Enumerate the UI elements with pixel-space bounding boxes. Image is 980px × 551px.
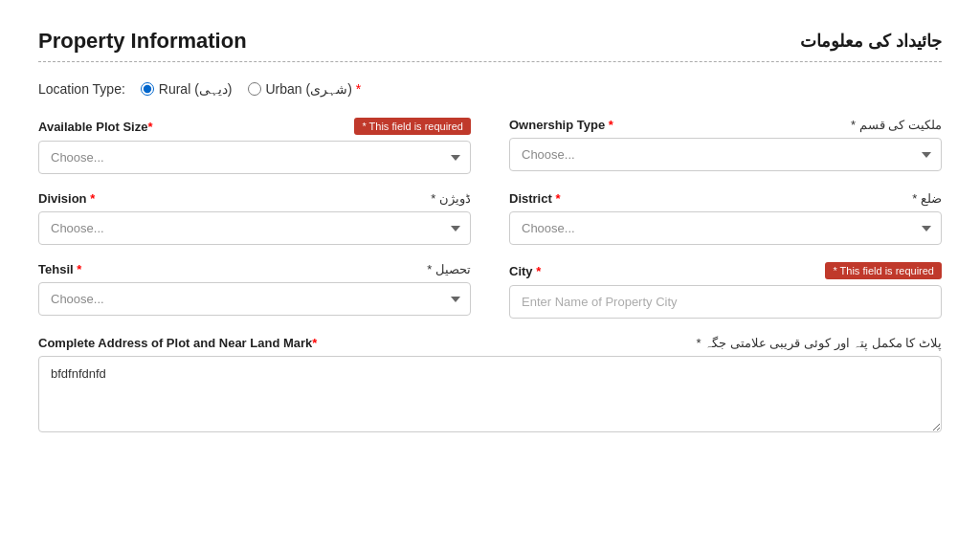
urban-radio-label[interactable]: Urban (شہری) * xyxy=(248,81,362,97)
plot-size-select[interactable]: Choose... xyxy=(38,141,471,174)
ownership-type-label: Ownership Type * xyxy=(509,118,613,132)
urban-label: Urban (شہری) * xyxy=(266,81,362,97)
location-type-label: Location Type: xyxy=(38,81,125,97)
city-label: City * xyxy=(509,264,541,278)
district-group: District * ضلع * Choose... xyxy=(509,191,942,245)
ownership-type-select[interactable]: Choose... xyxy=(509,138,942,171)
rural-radio-label[interactable]: Rural (دیہی) xyxy=(141,81,233,97)
urban-radio[interactable] xyxy=(248,82,261,96)
district-select[interactable]: Choose... xyxy=(509,211,942,245)
ownership-type-label-urdu: ملکیت کی قسم * xyxy=(851,118,942,132)
tehsil-select[interactable]: Choose... xyxy=(38,282,471,316)
division-group: Division * ڈویژن * Choose... xyxy=(38,191,471,245)
tehsil-label-urdu: تحصیل * xyxy=(427,262,471,276)
district-label: District * xyxy=(509,191,560,206)
division-label: Division * xyxy=(38,191,95,206)
district-label-urdu: ضلع * xyxy=(912,191,942,206)
division-select[interactable]: Choose... xyxy=(38,211,471,245)
division-label-urdu: ڈویژن * xyxy=(431,191,471,206)
location-type-row: Location Type: Rural (دیہی) Urban (شہری)… xyxy=(38,81,942,97)
plot-size-label: Available Plot Size* xyxy=(38,120,152,134)
plot-size-group: Available Plot Size* * This field is req… xyxy=(38,118,471,174)
complete-address-textarea[interactable]: bfdfnfdnfd xyxy=(38,356,942,432)
tehsil-label: Tehsil * xyxy=(38,262,81,276)
section-title-left: Property Information xyxy=(38,29,247,54)
rural-label: Rural (دیہی) xyxy=(159,81,233,97)
city-input[interactable] xyxy=(509,285,942,319)
complete-address-group: Complete Address of Plot and Near Land M… xyxy=(38,336,942,432)
section-divider xyxy=(38,61,942,62)
ownership-type-group: Ownership Type * ملکیت کی قسم * Choose..… xyxy=(509,118,942,174)
city-error: * This field is required xyxy=(825,262,942,279)
section-title-right: جائیداد کی معلومات xyxy=(800,31,942,52)
complete-address-label-urdu: پلاٹ کا مکمل پتہ اور کوئی قریبی علامتی ج… xyxy=(696,336,942,350)
city-group: City * * This field is required xyxy=(509,262,942,319)
complete-address-label: Complete Address of Plot and Near Land M… xyxy=(38,336,317,350)
tehsil-group: Tehsil * تحصیل * Choose... xyxy=(38,262,471,319)
plot-size-error: * This field is required xyxy=(354,118,471,135)
rural-radio[interactable] xyxy=(141,82,154,96)
